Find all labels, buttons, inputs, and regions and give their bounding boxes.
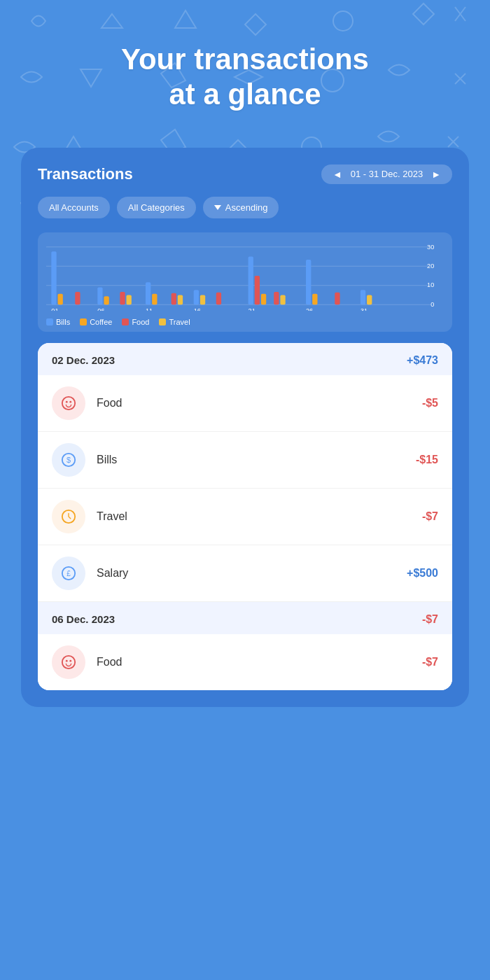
date-header-2: 06 Dec. 2023 -$7 (38, 602, 452, 634)
salary-icon: £ (52, 556, 85, 590)
svg-point-46 (62, 397, 75, 410)
transaction-amount-food-2: -$7 (422, 656, 438, 668)
coffee-legend-label: Coffee (90, 318, 112, 326)
next-date-button[interactable]: ► (428, 169, 444, 180)
legend-bills: Bills (46, 318, 70, 326)
transaction-amount-food-1: -$5 (422, 397, 438, 410)
svg-text:£: £ (66, 569, 71, 577)
date-total-1: +$473 (407, 354, 438, 367)
svg-rect-34 (306, 260, 311, 304)
svg-text:16: 16 (194, 307, 201, 311)
card-title: Transactions (38, 165, 133, 183)
svg-point-54 (62, 656, 75, 668)
hero-section: Your transactionsat a glance (0, 0, 490, 141)
card-header: Transactions ◄ 01 - 31 Dec. 2023 ► (38, 164, 452, 184)
svg-text:06: 06 (97, 307, 104, 311)
svg-rect-28 (216, 293, 221, 304)
date-header-1: 02 Dec. 2023 +$473 (38, 343, 452, 375)
date-label-2: 06 Dec. 2023 (52, 613, 115, 625)
sort-filter-button[interactable]: Ascending (203, 197, 279, 218)
svg-text:11: 11 (146, 307, 153, 311)
food-color-dot (122, 318, 129, 326)
categories-filter-button[interactable]: All Categories (117, 197, 196, 218)
svg-text:21: 21 (248, 307, 255, 311)
svg-rect-24 (172, 293, 176, 304)
transaction-name-bills: Bills (97, 454, 416, 466)
date-navigator: ◄ 01 - 31 Dec. 2023 ► (321, 164, 452, 184)
travel-icon (52, 500, 85, 533)
sort-filter-label: Ascending (225, 202, 268, 213)
svg-rect-26 (194, 290, 199, 304)
svg-rect-30 (255, 276, 260, 304)
coffee-color-dot (80, 318, 87, 326)
bills-icon: $ (52, 443, 85, 477)
date-total-2: -$7 (422, 613, 438, 626)
svg-rect-18 (97, 287, 102, 304)
transaction-item-bills[interactable]: $ Bills -$15 (38, 432, 452, 489)
svg-rect-15 (51, 251, 56, 304)
transaction-list: 02 Dec. 2023 +$473 Food -$5 $ (38, 343, 452, 690)
transaction-item-food-1[interactable]: Food -$5 (38, 375, 452, 432)
accounts-filter-button[interactable]: All Accounts (38, 197, 110, 218)
svg-rect-27 (200, 295, 205, 304)
svg-rect-17 (75, 292, 80, 304)
svg-rect-29 (248, 256, 253, 304)
svg-rect-38 (367, 295, 372, 304)
legend-food: Food (122, 318, 149, 326)
legend-travel: Travel (159, 318, 190, 326)
sort-arrow-icon (214, 205, 221, 210)
main-card: Transactions ◄ 01 - 31 Dec. 2023 ► All A… (21, 148, 469, 707)
svg-rect-33 (280, 295, 285, 304)
travel-color-dot (159, 318, 166, 326)
chart-legend: Bills Coffee Food Travel (46, 318, 444, 326)
hero-title: Your transactionsat a glance (28, 42, 462, 113)
svg-text:26: 26 (306, 307, 313, 311)
svg-rect-21 (127, 295, 132, 304)
svg-rect-32 (274, 292, 279, 304)
chart-area: 30 20 10 0 (38, 232, 452, 332)
categories-filter-label: All Categories (128, 202, 185, 213)
transaction-name-food-2: Food (97, 656, 422, 668)
svg-rect-23 (152, 293, 157, 304)
travel-legend-label: Travel (169, 318, 190, 326)
transaction-name-food-1: Food (97, 397, 422, 410)
svg-rect-19 (104, 296, 108, 304)
svg-rect-20 (120, 292, 125, 304)
date-label-1: 02 Dec. 2023 (52, 354, 115, 366)
accounts-filter-label: All Accounts (49, 202, 99, 213)
transaction-amount-travel: -$7 (422, 510, 438, 523)
svg-rect-16 (57, 293, 62, 304)
filter-row: All Accounts All Categories Ascending (38, 197, 452, 218)
svg-point-48 (69, 401, 71, 403)
transaction-item-food-2[interactable]: Food -$7 (38, 634, 452, 690)
svg-rect-36 (335, 293, 340, 304)
svg-text:01: 01 (51, 307, 58, 311)
svg-rect-22 (146, 282, 150, 304)
svg-rect-37 (360, 290, 365, 304)
svg-rect-25 (178, 295, 183, 304)
transaction-item-travel[interactable]: Travel -$7 (38, 489, 452, 545)
svg-text:0: 0 (430, 301, 434, 308)
transaction-amount-bills: -$15 (416, 454, 438, 466)
svg-point-56 (69, 660, 71, 662)
bills-color-dot (46, 318, 53, 326)
svg-rect-35 (312, 293, 317, 304)
prev-date-button[interactable]: ◄ (330, 169, 345, 180)
transaction-name-salary: Salary (97, 567, 407, 580)
food-icon-1 (52, 386, 85, 420)
svg-text:31: 31 (360, 307, 368, 311)
svg-rect-31 (261, 293, 266, 304)
legend-coffee: Coffee (80, 318, 112, 326)
svg-point-55 (66, 660, 68, 662)
transaction-amount-salary: +$500 (407, 567, 438, 580)
food-icon-2 (52, 645, 85, 679)
date-range-label: 01 - 31 Dec. 2023 (351, 169, 423, 179)
svg-point-47 (66, 401, 68, 403)
svg-text:$: $ (66, 455, 71, 463)
bar-chart: 30 20 10 0 (46, 241, 444, 314)
transaction-item-salary[interactable]: £ Salary +$500 (38, 545, 452, 602)
bills-legend-label: Bills (56, 318, 70, 326)
transaction-name-travel: Travel (97, 510, 422, 523)
food-legend-label: Food (132, 318, 149, 326)
